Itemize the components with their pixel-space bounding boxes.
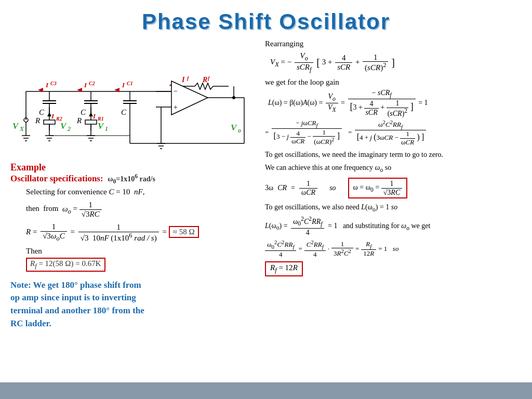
svg-text:C2: C2 bbox=[89, 81, 95, 86]
svg-text:C3: C3 bbox=[50, 81, 57, 86]
r-calc: R = 1 √3ωoC = 1 √3 10nF (1x106 rad / s) … bbox=[26, 222, 260, 242]
content-area: V X bbox=[0, 39, 532, 330]
then-label: Then bbox=[26, 247, 260, 256]
svg-text:V: V bbox=[12, 121, 19, 131]
svg-text:I: I bbox=[92, 112, 96, 120]
svg-text:C1: C1 bbox=[127, 81, 133, 86]
svg-text:+: + bbox=[174, 103, 178, 111]
svg-text:I: I bbox=[181, 76, 185, 84]
svg-marker-42 bbox=[89, 112, 93, 116]
rf-box: Rf = 12R bbox=[265, 261, 303, 276]
loop-gain-eq: L(ω) = β(ω)A(ω) = Vo VX = − sCRf [3 + 4 … bbox=[268, 89, 522, 117]
circuit-diagram: V X bbox=[10, 39, 249, 159]
svg-text:R: R bbox=[202, 76, 207, 84]
svg-marker-20 bbox=[47, 112, 51, 116]
svg-text:V: V bbox=[98, 121, 104, 131]
rearranging-label: Rearranging bbox=[265, 39, 522, 48]
svg-rect-36 bbox=[85, 120, 97, 124]
svg-text:o: o bbox=[238, 127, 241, 134]
svg-text:f: f bbox=[187, 75, 190, 81]
svg-text:C: C bbox=[121, 108, 127, 116]
example-section: Example Oscillator specifications: ω0=1x… bbox=[10, 162, 260, 330]
svg-text:R: R bbox=[35, 116, 40, 125]
svg-text:V: V bbox=[60, 121, 67, 131]
page-title: Phase Shift Oscillator bbox=[0, 0, 532, 39]
we-get-label: we get for the loop gain bbox=[265, 78, 522, 87]
left-panel: V X bbox=[5, 39, 260, 330]
svg-text:C: C bbox=[81, 108, 86, 116]
slide: Phase Shift Oscillator V X bbox=[0, 0, 532, 399]
svg-text:V: V bbox=[231, 123, 237, 132]
svg-text:X: X bbox=[19, 125, 24, 132]
rf-final: Rf = 12R bbox=[265, 261, 522, 276]
omega-eq: 3ωCR = 1 ωCR so ω = ω0 = 1 √3RC bbox=[265, 178, 522, 198]
note-text: Note: We get 180° phase shift from op am… bbox=[10, 279, 260, 330]
also-need: To get oscillations, we also need L(ωo) … bbox=[265, 202, 522, 214]
final-chain: ω02C2RRf 4 = C2RRf 4 · 1 3R2C2 = Rf 12R bbox=[265, 240, 522, 258]
svg-text:−: − bbox=[174, 87, 178, 95]
osc-text1: To get oscillations, we need the imagina… bbox=[265, 149, 522, 160]
svg-text:C: C bbox=[39, 108, 45, 116]
svg-text:I: I bbox=[84, 81, 87, 89]
omega-box: ω = ω0 = 1 √3RC bbox=[348, 178, 408, 198]
vx-equation: VX = − Vo sCRf [ 3 + 4 sCR + 1 (sCR)2 ] bbox=[270, 51, 522, 74]
rf-calc: Rf = 12(58 Ω) = 0.67K bbox=[26, 258, 260, 272]
svg-text:I: I bbox=[45, 81, 49, 89]
then-from: then from ωo = 1 √3RC bbox=[26, 201, 260, 218]
svg-text:I: I bbox=[51, 112, 55, 120]
l-eq: L(ωo) = ω02C2RRf 4 = 1 and substituting … bbox=[265, 216, 522, 236]
svg-text:I: I bbox=[122, 81, 125, 89]
example-spec: Oscillator specifications: ω0=1x106 rad/… bbox=[10, 173, 260, 184]
svg-rect-14 bbox=[44, 120, 55, 124]
right-panel: Rearranging VX = − Vo sCRf [ 3 + 4 sCR +… bbox=[260, 39, 527, 330]
svg-text:f: f bbox=[208, 75, 210, 81]
bottom-bar bbox=[0, 382, 532, 399]
svg-text:2: 2 bbox=[67, 125, 71, 132]
eq2: = − jωCRf [3 − j 4 ωCR − 1 bbox=[265, 119, 522, 146]
selecting-text: Selecting for convenience C = 10 nF, bbox=[26, 188, 260, 196]
svg-text:1: 1 bbox=[105, 125, 108, 132]
osc-text2: We can achieve this at one frequency ωo … bbox=[265, 162, 522, 175]
svg-text:R: R bbox=[76, 116, 82, 125]
r-value-box: ≈ 58 Ω bbox=[169, 226, 199, 238]
rf-value-box: Rf = 12(58 Ω) = 0.67K bbox=[26, 258, 105, 272]
example-title: Example bbox=[10, 162, 260, 173]
